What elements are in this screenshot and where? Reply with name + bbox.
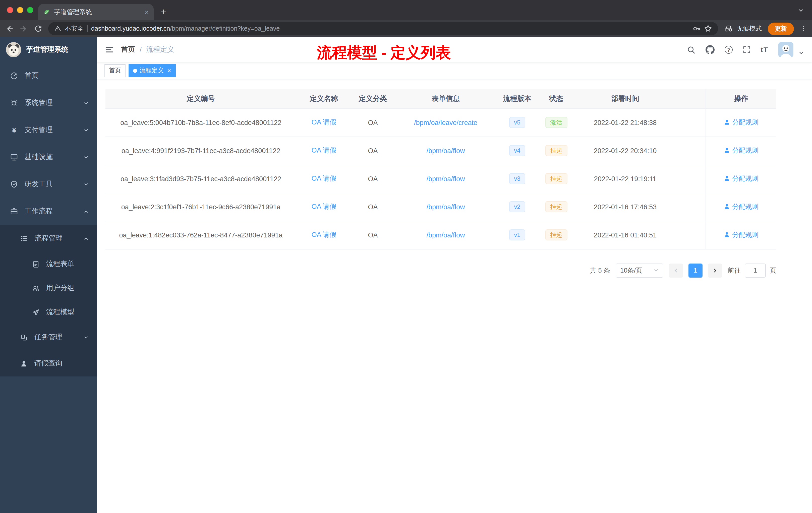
table-row: oa_leave:5:004b710b-7b8a-11ec-8ef0-acde4… [106,109,776,137]
definition-name-link[interactable]: OA 请假 [311,118,336,126]
sidebar-item-user-group[interactable]: 用户分组 [0,276,97,300]
sidebar-logo[interactable]: 芋道管理系统 [0,37,97,62]
tab-favicon-icon [43,8,50,16]
back-icon[interactable] [5,24,13,33]
breadcrumb-home[interactable]: 首页 [121,45,135,54]
active-dot [133,68,137,72]
breadcrumb: 首页 / 流程定义 [121,45,174,54]
page-size-select[interactable]: 10条/页 [616,263,663,277]
sidebar-item-task-mgmt[interactable]: 任务管理 [0,324,97,350]
sidebar-item-leave-query[interactable]: 请假查询 [0,350,97,376]
sidebar-item-devtools[interactable]: 研发工具 [0,171,97,198]
fullscreen-icon[interactable] [743,46,751,54]
definition-name-link[interactable]: OA 请假 [311,175,336,182]
tags-view: 首页 流程定义 × [97,62,812,79]
search-icon[interactable] [687,46,696,54]
user-avatar[interactable] [778,42,793,57]
person-icon [20,360,28,367]
sidebar-item-label: 系统管理 [25,98,53,108]
sidebar-item-payment[interactable]: ¥ 支付管理 [0,117,97,144]
tag-home[interactable]: 首页 [105,64,125,77]
sidebar-item-workflow[interactable]: 工作流程 [0,198,97,225]
user-icon [724,147,730,154]
refresh-icon[interactable] [34,25,42,33]
next-page-button[interactable] [708,263,722,277]
sidebar-item-infrastructure[interactable]: 基础设施 [0,144,97,171]
password-key-icon[interactable] [693,25,700,33]
status-badge[interactable]: 挂起 [545,230,567,240]
status-badge[interactable]: 挂起 [545,173,567,184]
tab-search-chevron-icon[interactable] [798,7,804,13]
url-text[interactable]: dashboard.yudao.iocoder.cn/bpm/manager/d… [91,25,280,32]
tag-label: 首页 [109,66,121,75]
assign-rule-button[interactable]: 分配规则 [724,231,758,239]
definition-name-link[interactable]: OA 请假 [311,203,336,210]
cell-id: oa_leave:5:004b710b-7b8a-11ec-8ef0-acde4… [106,109,296,137]
form-link[interactable]: /bpm/oa/flow [426,203,465,211]
sidebar-item-process-form[interactable]: 流程表单 [0,252,97,276]
table-row: oa_leave:2:3c1f0ef1-76b1-11ec-9c66-a2380… [106,193,776,221]
user-icon [724,232,730,238]
status-badge[interactable]: 挂起 [545,145,567,156]
page-number-button[interactable]: 1 [689,263,702,277]
form-link[interactable]: /bpm/oa/flow [426,231,465,239]
version-badge: v4 [509,145,525,156]
status-badge[interactable]: 挂起 [545,201,567,212]
browser-update-button[interactable]: 更新 [768,22,794,35]
assign-rule-button[interactable]: 分配规则 [724,174,758,183]
font-size-icon[interactable]: tT [761,46,768,54]
sidebar-item-system[interactable]: 系统管理 [0,89,97,117]
address-bar[interactable]: 不安全 dashboard.yudao.iocoder.cn/bpm/manag… [48,22,718,35]
help-icon[interactable]: ? [725,46,733,54]
sidebar-item-label: 首页 [25,71,39,80]
minimize-window-button[interactable] [17,7,23,13]
browser-menu-icon[interactable] [800,25,807,33]
table-row: oa_leave:4:991f2193-7b7f-11ec-a3c8-acde4… [106,137,776,164]
send-icon [32,308,40,316]
breadcrumb-separator: / [140,46,142,54]
page-unit-label: 页 [770,266,776,275]
browser-tab[interactable]: 芋道管理系统 × [38,4,154,20]
new-tab-button[interactable]: + [161,7,166,17]
close-window-button[interactable] [7,7,13,13]
definition-name-link[interactable]: OA 请假 [311,147,336,154]
tag-process-definition[interactable]: 流程定义 × [128,64,175,77]
browser-toolbar: 不安全 dashboard.yudao.iocoder.cn/bpm/manag… [0,20,812,37]
cell-id: oa_leave:2:3c1f0ef1-76b1-11ec-9c66-a2380… [106,193,296,221]
status-badge[interactable]: 激活 [545,117,567,128]
assign-rule-button[interactable]: 分配规则 [724,146,758,155]
sidebar-item-process-model[interactable]: 流程模型 [0,300,97,324]
layers-icon [20,334,28,341]
tag-close-icon[interactable]: × [167,67,171,74]
chevron-down-icon [83,100,89,105]
forward-icon[interactable] [20,24,28,33]
assign-rule-button[interactable]: 分配规则 [724,118,758,127]
form-link[interactable]: /bpm/oa/leave/create [414,119,477,126]
definition-name-link[interactable]: OA 请假 [311,231,336,238]
monitor-icon [10,153,18,161]
tab-close-icon[interactable]: × [145,8,149,16]
url-path: /bpm/manager/definition?key=oa_leave [170,25,280,32]
user-icon [724,175,730,182]
bookmark-star-icon[interactable] [704,25,712,33]
chevron-right-icon [712,267,718,273]
form-link[interactable]: /bpm/oa/flow [426,175,465,182]
prev-page-button[interactable] [669,263,683,277]
page-content: 定义编号 定义名称 定义分类 表单信息 流程版本 状态 部署时间 操作 [97,79,812,513]
goto-page-input[interactable] [745,263,766,277]
sidebar-item-process-mgmt[interactable]: 流程管理 [0,225,97,252]
avatar-caret-icon[interactable] [799,50,804,56]
form-link[interactable]: /bpm/oa/flow [426,147,465,154]
page-size-value: 10条/页 [620,266,642,275]
github-icon[interactable] [705,45,715,54]
security-label[interactable]: 不安全 [65,24,84,33]
cell-category: OA [351,221,394,249]
version-badge: v2 [509,201,525,212]
sidebar-item-home[interactable]: 首页 [0,62,97,89]
hamburger-icon[interactable] [105,45,114,54]
assign-rule-button[interactable]: 分配规则 [724,202,758,211]
chevron-down-icon [83,335,89,340]
sidebar-item-label: 基础设施 [25,153,53,162]
zoom-window-button[interactable] [27,7,33,13]
col-header-deploy-time: 部署时间 [575,89,675,109]
